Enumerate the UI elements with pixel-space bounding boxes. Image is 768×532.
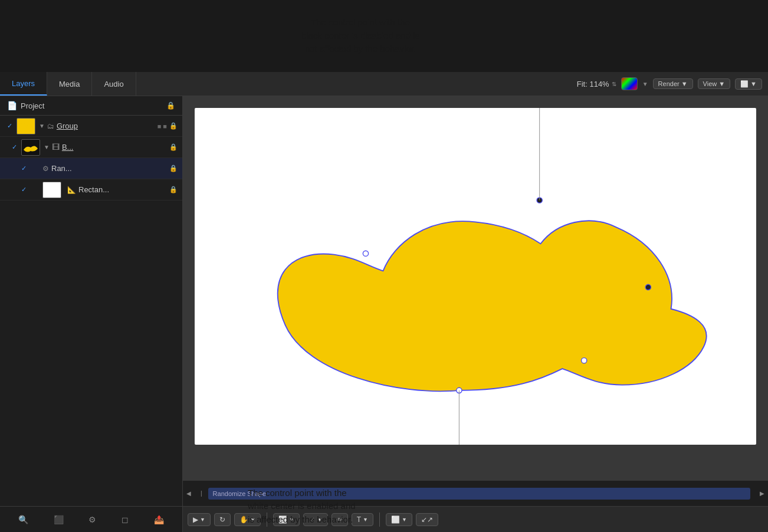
annotation-top: The control point with the black center …	[0, 0, 768, 72]
rect-chevron: ▼	[289, 517, 294, 523]
layers-btn[interactable]: ⚙	[86, 513, 99, 527]
search-btn[interactable]: 🔍	[16, 513, 31, 527]
tab-group: Layers Media Audio	[0, 72, 136, 96]
group-folder-icon: 🗂	[47, 122, 54, 130]
layout-icon: ⬜	[740, 80, 749, 88]
tab-layers[interactable]: Layers	[0, 72, 47, 96]
annotation-top-text: The control point with the black center …	[301, 16, 419, 56]
layer-rect-thumb	[42, 182, 61, 198]
text-icon: T	[357, 515, 361, 524]
render-btn[interactable]: Render ▼	[653, 78, 693, 89]
rect-tool-btn[interactable]: ⬜ ▼	[273, 513, 300, 526]
layout-chevron-icon: ▼	[750, 80, 757, 87]
sidebar: 📄 Project 🔒 ✓ ▼ 🗂 Group ■ ■ 🔒	[0, 96, 183, 532]
b-expand-icon[interactable]: ▼	[44, 144, 50, 150]
layer-rect-check[interactable]: ✓	[19, 185, 28, 195]
bottom-toolbar-canvas: ▶ ▼ ↻ ✋ ▼ ⬜ ▼ ⟋ ▼	[183, 506, 768, 532]
play-btn[interactable]: ▶ ▼	[188, 513, 211, 526]
layer-group-check[interactable]: ✓	[5, 121, 14, 131]
layer-group-thumb	[17, 118, 35, 134]
canvas-viewport[interactable]	[183, 96, 768, 480]
view-chevron-icon: ▼	[718, 80, 725, 87]
shape-chevron: ▼	[402, 517, 407, 523]
group-icons: ■ ■	[157, 123, 167, 130]
hand-tool-btn[interactable]: ✋ ▼	[234, 513, 261, 526]
path-icon: ⟋	[308, 515, 316, 524]
play-icon: ▶	[193, 515, 198, 524]
cp-enabled-br	[582, 358, 587, 363]
text-tool-btn[interactable]: T ▼	[352, 513, 373, 526]
pen-icon: ✏	[337, 515, 343, 524]
hand-icon: ✋	[239, 515, 248, 524]
layer-rectangle[interactable]: ✓ 📐 Rectan... 🔒	[0, 179, 182, 201]
behavior-btn[interactable]: ◻	[119, 513, 131, 527]
layer-b[interactable]: ✓ ▼ 🎞 B... 🔒	[0, 137, 182, 158]
layer-b-check[interactable]: ✓	[9, 143, 19, 152]
layer-b-thumb	[21, 139, 40, 156]
layer-group[interactable]: ✓ ▼ 🗂 Group ■ ■ 🔒	[0, 116, 182, 137]
resize-tool-btn[interactable]: ↙↗	[416, 513, 438, 526]
app-container: Layers Media Audio Fit: 114% ⇅ ▼ Render …	[0, 72, 768, 532]
grid-btn[interactable]: ⬛	[51, 513, 66, 527]
sidebar-project-header: 📄 Project 🔒	[0, 96, 182, 116]
b-lock-icon: 🔒	[169, 143, 178, 151]
cp-disabled-right	[645, 284, 651, 290]
timeline-track[interactable]: Randomize Shape	[208, 488, 750, 500]
shape-tool-btn[interactable]: ⬜ ▼	[386, 513, 412, 526]
layer-ran-check[interactable]: ✓	[19, 164, 28, 173]
group-lock-icon: 🔒	[169, 122, 178, 130]
b-layer-icon: 🎞	[52, 143, 60, 152]
toolbar-separator-2	[379, 513, 380, 527]
rect-icon: ⬜	[278, 515, 287, 524]
pen-tool-btn[interactable]: ✏	[332, 513, 348, 526]
timeline-start-marker: ◀	[183, 490, 195, 497]
main-content: 📄 Project 🔒 ✓ ▼ 🗂 Group ■ ■ 🔒	[0, 96, 768, 532]
shape-icon: ⬜	[391, 515, 400, 524]
tab-media[interactable]: Media	[47, 72, 92, 96]
layout-btn[interactable]: ⬜ ▼	[735, 78, 762, 90]
rect-shape-icon: 📐	[67, 186, 76, 194]
group-expand-icon[interactable]: ▼	[39, 123, 45, 129]
rect-lock-icon: 🔒	[169, 186, 178, 193]
sidebar-footer: 🔍 ⬛ ⚙ ◻ 📤	[0, 506, 182, 532]
ran-lock-icon: 🔒	[169, 165, 178, 172]
timeline-end-marker: ▶	[756, 490, 768, 497]
svg-point-1	[19, 123, 27, 129]
blob-svg	[195, 108, 756, 445]
tab-audio[interactable]: Audio	[92, 72, 136, 96]
project-icon: 📄	[7, 101, 17, 110]
toolbar-right: Fit: 114% ⇅ ▼ Render ▼ View ▼ ⬜ ▼	[577, 77, 768, 90]
timeline-playhead: |	[201, 490, 202, 497]
path-chevron: ▼	[317, 517, 323, 523]
render-chevron-icon: ▼	[681, 80, 688, 87]
color-swatch-btn[interactable]	[621, 77, 638, 90]
toolbar-separator-1	[267, 513, 267, 527]
rotate-icon: ↻	[219, 515, 225, 524]
play-chevron: ▼	[200, 517, 205, 523]
cp-enabled-left	[363, 251, 368, 256]
fit-arrows-icon[interactable]: ⇅	[612, 81, 616, 87]
canvas-bg	[195, 108, 756, 445]
swatch-chevron-icon[interactable]: ▼	[642, 81, 648, 87]
view-btn[interactable]: View ▼	[698, 78, 731, 89]
project-lock-icon: 🔒	[166, 101, 175, 110]
rotate-tool-btn[interactable]: ↻	[214, 513, 231, 526]
layer-randomize[interactable]: ✓ ⚙ Ran... 🔒	[0, 158, 182, 179]
resize-icon: ↙↗	[421, 515, 433, 524]
hand-chevron: ▼	[250, 517, 255, 523]
canvas-area: ◀ | Randomize Shape ▶ ▶ ▼ ↻ ✋	[183, 96, 768, 532]
timeline-bar: ◀ | Randomize Shape ▶	[183, 480, 768, 506]
fit-control: Fit: 114% ⇅	[577, 80, 616, 88]
path-tool-btn[interactable]: ⟋ ▼	[303, 513, 328, 526]
ran-behavior-icon: ⚙	[42, 165, 49, 173]
top-toolbar: Layers Media Audio Fit: 114% ⇅ ▼ Render …	[0, 72, 768, 96]
text-chevron: ▼	[363, 517, 368, 523]
export-btn[interactable]: 📤	[152, 513, 166, 527]
